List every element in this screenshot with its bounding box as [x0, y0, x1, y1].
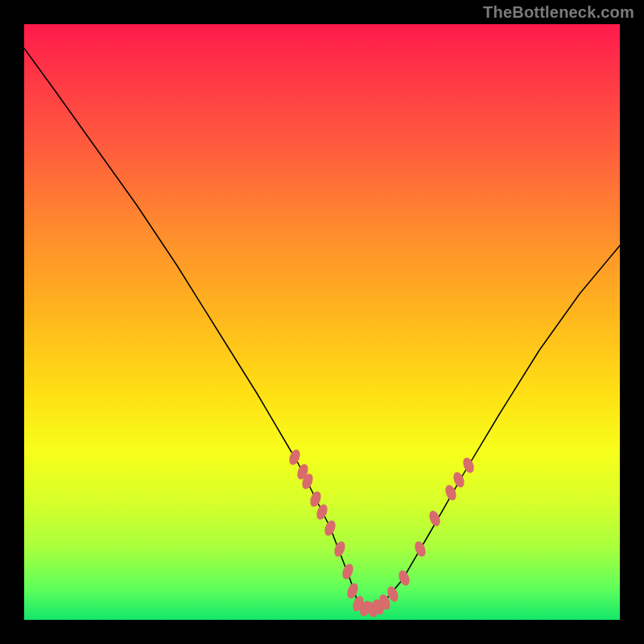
chart-stage: TheBottleneck.com: [0, 0, 644, 644]
highlight-markers-group: [287, 448, 477, 618]
highlight-dot: [341, 562, 356, 580]
highlight-dot: [332, 539, 348, 558]
highlight-dot: [287, 448, 303, 466]
watermark-text: TheBottleneck.com: [483, 3, 634, 22]
bottleneck-curve-left: [24, 48, 358, 604]
highlight-dot: [413, 539, 428, 558]
highlight-dot: [323, 518, 338, 537]
highlight-dot: [427, 509, 443, 527]
chart-svg: [24, 24, 620, 620]
highlight-dot: [461, 456, 477, 474]
